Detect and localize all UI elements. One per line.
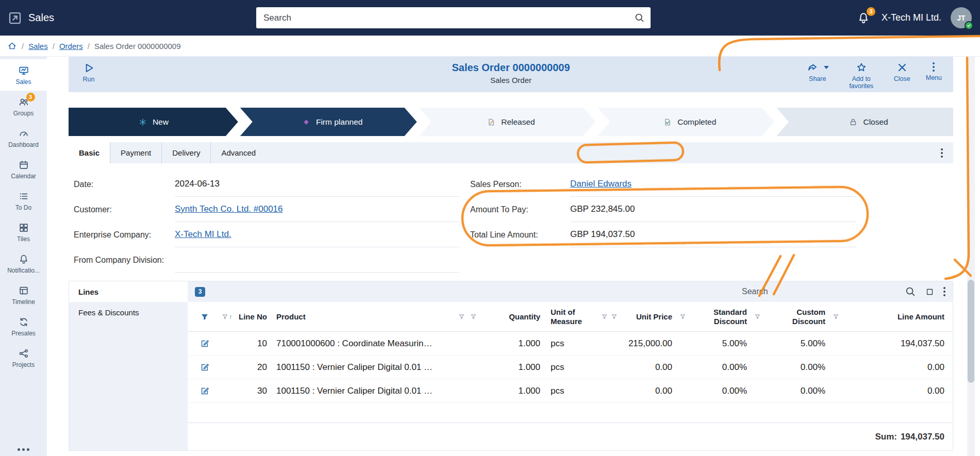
edit-icon <box>200 362 210 373</box>
edit-row-button[interactable] <box>198 385 211 397</box>
sidebar-item-label: To Do <box>15 204 31 211</box>
sort-asc-icon: ↑ <box>229 313 232 320</box>
filter-icon[interactable] <box>611 313 618 320</box>
cell-line-no: 20 <box>222 356 273 379</box>
cell-custom-discount: 0.00% <box>754 356 833 379</box>
stage-label: Completed <box>677 117 716 127</box>
table-row[interactable]: 10 710001000600 : Coordinate Measurin… 1… <box>188 332 953 356</box>
tab-fees-discounts[interactable]: Fees & Discounts <box>69 302 188 323</box>
stage-closed-icon <box>849 117 858 127</box>
dashboard-icon <box>18 128 29 139</box>
field-customer: Customer: Synth Tech Co. Ltd. #00016 <box>74 197 459 222</box>
sidebar-more-button[interactable] <box>0 448 47 451</box>
field-sales-person: Sales Person: Daniel Edwards <box>470 172 856 197</box>
form-column-right: Sales Person: Daniel Edwards Amount To P… <box>470 172 856 273</box>
column-header-row-filter[interactable] <box>188 302 222 331</box>
tabs-overflow-menu[interactable] <box>939 146 945 160</box>
cell-unit-of-measure: pcs <box>549 332 611 355</box>
sidebar-item-calendar[interactable]: Calendar <box>0 154 47 185</box>
filter-icon[interactable] <box>601 313 608 320</box>
sidebar-item-label: Dashboard <box>8 141 39 148</box>
table-row[interactable]: 20 1001150 : Vernier Caliper Digital 0.0… <box>188 356 953 379</box>
column-header-line-amount[interactable]: Line Amount <box>833 302 953 331</box>
enterprise-company-link[interactable]: X-Tech MI Ltd. <box>175 229 231 240</box>
sidebar-item-timeline[interactable]: Timeline <box>0 279 47 311</box>
sidebar-item-presales[interactable]: Presales <box>0 311 47 342</box>
breadcrumb-separator: / <box>88 42 90 50</box>
field-company-division: From Company Division: <box>74 247 459 273</box>
tab-basic[interactable]: Basic <box>69 142 110 163</box>
global-search-button[interactable] <box>628 7 651 28</box>
filter-icon[interactable] <box>754 313 761 320</box>
stage-released[interactable]: Released <box>419 108 596 136</box>
projects-icon <box>18 348 29 359</box>
column-header-unit-of-measure[interactable]: Unit of Measure <box>549 302 611 331</box>
tab-payment[interactable]: Payment <box>110 142 161 163</box>
column-header-standard-discount[interactable]: Standard Discount <box>679 302 754 331</box>
sidebar-item-todo[interactable]: To Do <box>0 185 47 216</box>
stage-closed[interactable]: Closed <box>776 108 953 136</box>
sidebar-item-sales[interactable]: Sales <box>0 59 47 91</box>
lines-menu-button[interactable] <box>942 286 946 297</box>
sidebar-item-notifications[interactable]: Notificatio... <box>0 248 47 279</box>
sidebar-item-tiles[interactable]: Tiles <box>0 216 47 248</box>
sidebar-item-groups[interactable]: 3 Groups <box>0 91 47 122</box>
sidebar-item-dashboard[interactable]: Dashboard <box>0 122 47 154</box>
expand-grid-button[interactable] <box>924 286 935 297</box>
run-label: Run <box>83 76 95 83</box>
company-name[interactable]: X-Tech MI Ltd. <box>882 12 941 23</box>
table-header: ↑ Line No Product Quantity Unit of M <box>188 302 953 332</box>
global-search-input[interactable] <box>256 13 628 23</box>
menu-label: Menu <box>926 74 942 81</box>
run-button[interactable]: Run <box>82 61 95 83</box>
cell-unit-price: 0.00 <box>611 356 679 379</box>
menu-button[interactable]: Menu <box>926 61 942 81</box>
avatar[interactable]: JT <box>951 7 972 28</box>
breadcrumb-link-orders[interactable]: Orders <box>59 42 83 50</box>
table-row[interactable]: 30 1001150 : Vernier Caliper Digital 0.0… <box>188 379 953 403</box>
column-header-line-no[interactable]: ↑ Line No <box>222 302 273 331</box>
edit-row-button[interactable] <box>198 361 211 374</box>
app-logo[interactable]: Sales <box>7 0 54 36</box>
stage-firm-planned[interactable]: Firm planned <box>240 108 417 136</box>
app-name: Sales <box>28 12 54 24</box>
column-header-unit-price[interactable]: Unit Price <box>611 302 679 331</box>
close-icon <box>896 61 908 74</box>
tab-delivery[interactable]: Delivery <box>161 142 210 163</box>
share-dropdown-caret-icon[interactable] <box>824 66 829 69</box>
filter-icon[interactable] <box>679 313 686 320</box>
column-header-product[interactable]: Product <box>273 302 470 331</box>
tab-lines[interactable]: Lines <box>69 281 188 302</box>
stage-label: New <box>153 117 169 127</box>
cell-line-no: 30 <box>222 379 273 402</box>
field-value <box>175 247 459 273</box>
filter-icon[interactable] <box>222 313 228 320</box>
filter-icon[interactable] <box>458 313 465 320</box>
notifications-button[interactable]: 3 <box>855 9 872 27</box>
add-to-favorites-button[interactable]: Add to favorites <box>844 61 878 90</box>
lines-search-input[interactable] <box>742 287 896 296</box>
edit-row-button[interactable] <box>198 337 211 350</box>
stage-new[interactable]: New <box>69 108 238 136</box>
cell-line-no: 10 <box>222 332 273 355</box>
sales-person-link[interactable]: Daniel Edwards <box>570 179 632 189</box>
lines-search-button[interactable] <box>904 285 917 298</box>
filter-icon[interactable] <box>470 313 477 320</box>
breadcrumb-link-sales[interactable]: Sales <box>28 42 48 50</box>
customer-link[interactable]: Synth Tech Co. Ltd. #00016 <box>175 204 283 214</box>
filter-icon[interactable] <box>833 313 839 320</box>
calendar-icon <box>18 159 29 171</box>
column-header-custom-discount[interactable]: Custom Discount <box>754 302 833 331</box>
share-button[interactable]: Share <box>806 61 829 82</box>
tab-advanced[interactable]: Advanced <box>210 142 266 163</box>
close-button[interactable]: Close <box>894 61 910 82</box>
vertical-scrollbar[interactable] <box>967 57 975 456</box>
scrollbar-thumb[interactable] <box>968 280 974 383</box>
sidebar-item-label: Notificatio... <box>7 267 40 274</box>
column-header-quantity[interactable]: Quantity <box>470 302 549 331</box>
stage-label: Released <box>501 117 535 127</box>
favorites-star-icon <box>855 61 868 74</box>
stage-completed[interactable]: Completed <box>597 108 774 136</box>
home-link[interactable] <box>7 41 17 51</box>
sidebar-item-projects[interactable]: Projects <box>0 342 47 374</box>
